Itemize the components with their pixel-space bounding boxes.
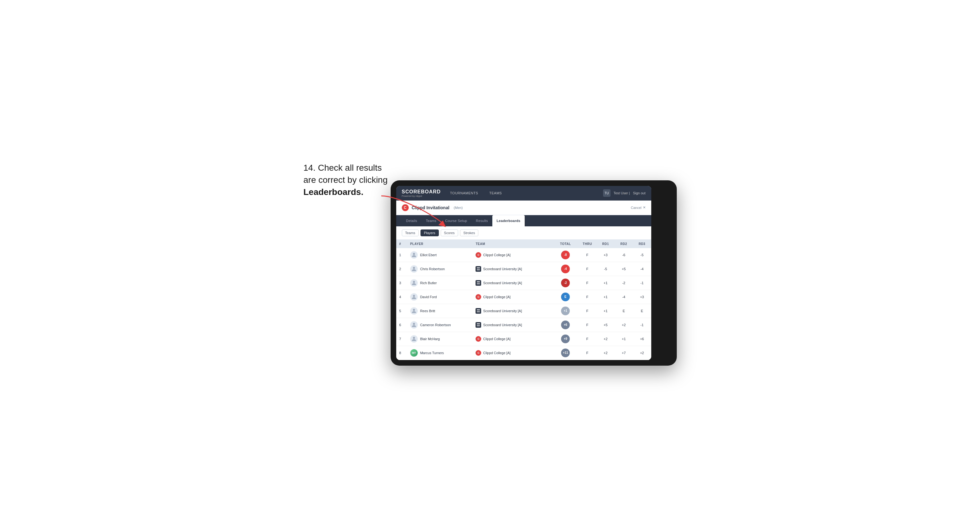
- filter-teams[interactable]: Teams: [402, 229, 418, 236]
- cell-team: CClippd College [A]: [473, 290, 553, 304]
- cell-thru: F: [578, 276, 597, 290]
- team-name: Scoreboard University [A]: [483, 323, 522, 327]
- team-name: Scoreboard University [A]: [483, 281, 522, 285]
- cell-rd3: -1: [633, 276, 651, 290]
- cell-team: CClippd College [A]: [473, 248, 553, 262]
- col-total: TOTAL: [553, 240, 578, 248]
- svg-point-5: [413, 309, 415, 311]
- player-name: Rees Britt: [420, 309, 435, 313]
- page-wrapper: 14. Check all results are correct by cli…: [304, 162, 677, 366]
- cell-player: Elliot Ebert: [407, 248, 473, 262]
- navbar: SCOREBOARD Powered by clippd TOURNAMENTS…: [396, 186, 651, 200]
- cell-team: Scoreboard University [A]: [473, 318, 553, 332]
- col-rd2: RD2: [614, 240, 633, 248]
- cell-rd1: +1: [597, 304, 615, 318]
- cell-rank: 5: [396, 304, 407, 318]
- table-row: 7Blair McHargCClippd College [A]+9F+2+1+…: [396, 332, 651, 346]
- cell-rank: 7: [396, 332, 407, 346]
- tab-navigation: Details Teams Course Setup Results Leade…: [396, 215, 651, 226]
- tablet-screen: SCOREBOARD Powered by clippd TOURNAMENTS…: [396, 186, 651, 360]
- table-body: 1Elliot EbertCClippd College [A]-8F+3-6-…: [396, 248, 651, 360]
- cell-rank: 3: [396, 276, 407, 290]
- cell-player: David Ford: [407, 290, 473, 304]
- cell-player: MTMarcus Turners: [407, 346, 473, 360]
- cell-thru: F: [578, 248, 597, 262]
- cell-player: Cameron Robertson: [407, 318, 473, 332]
- cell-rd2: -6: [614, 248, 633, 262]
- signout-link[interactable]: Sign out: [633, 191, 645, 195]
- cell-rd3: -4: [633, 262, 651, 276]
- cell-team: CClippd College [A]: [473, 346, 553, 360]
- cell-total: E: [553, 290, 578, 304]
- svg-point-2: [413, 267, 415, 269]
- cell-rd1: +1: [597, 276, 615, 290]
- cell-rd1: -5: [597, 262, 615, 276]
- cell-player: Rees Britt: [407, 304, 473, 318]
- cell-rd2: -2: [614, 276, 633, 290]
- svg-point-3: [413, 281, 415, 283]
- cell-rd2: -4: [614, 290, 633, 304]
- user-avatar: TU: [603, 189, 611, 197]
- tab-teams[interactable]: Teams: [422, 215, 441, 226]
- cell-team: Scoreboard University [A]: [473, 262, 553, 276]
- table-row: 3Rich ButlerScoreboard University [A]-2F…: [396, 276, 651, 290]
- cell-total: -8: [553, 248, 578, 262]
- team-name: Clippd College [A]: [483, 295, 511, 299]
- logo-text: SCOREBOARD: [402, 189, 441, 195]
- cancel-button[interactable]: Cancel ✕: [631, 205, 645, 210]
- svg-point-1: [413, 253, 415, 255]
- filter-row: Teams Players Scores Strokes: [396, 226, 651, 240]
- tournament-header: C Clippd Invitational (Men) Cancel ✕: [396, 200, 651, 215]
- filter-players[interactable]: Players: [420, 229, 439, 236]
- player-name: Cameron Robertson: [420, 323, 451, 327]
- tab-details[interactable]: Details: [402, 215, 422, 226]
- table-row: 6Cameron RobertsonScoreboard University …: [396, 318, 651, 332]
- player-name: Rich Butler: [420, 281, 437, 285]
- tab-course-setup[interactable]: Course Setup: [441, 215, 471, 226]
- cell-player: Blair McHarg: [407, 332, 473, 346]
- tab-leaderboards[interactable]: Leaderboards: [492, 215, 525, 226]
- tab-results[interactable]: Results: [471, 215, 492, 226]
- table-row: 5Rees BrittScoreboard University [A]+1F+…: [396, 304, 651, 318]
- filter-scores[interactable]: Scores: [441, 229, 458, 236]
- svg-point-6: [413, 323, 415, 325]
- instruction-line2: are correct by clicking: [304, 175, 388, 185]
- team-name: Scoreboard University [A]: [483, 309, 522, 313]
- player-name: Blair McHarg: [420, 337, 440, 341]
- logo-sub: Powered by clippd: [402, 195, 441, 197]
- filter-strokes[interactable]: Strokes: [460, 229, 478, 236]
- nav-tournaments[interactable]: TOURNAMENTS: [448, 190, 480, 196]
- cell-rd3: +3: [633, 290, 651, 304]
- tablet-frame: SCOREBOARD Powered by clippd TOURNAMENTS…: [391, 180, 677, 366]
- cell-rd2: +7: [614, 346, 633, 360]
- logo-area: SCOREBOARD Powered by clippd: [402, 189, 441, 197]
- nav-teams[interactable]: TEAMS: [487, 190, 504, 196]
- col-rank: #: [396, 240, 407, 248]
- cell-rd1: +3: [597, 248, 615, 262]
- cell-total: +1: [553, 304, 578, 318]
- cell-total: -2: [553, 276, 578, 290]
- cell-rank: 2: [396, 262, 407, 276]
- cell-rd3: E: [633, 304, 651, 318]
- cell-rd2: E: [614, 304, 633, 318]
- player-name: Chris Robertson: [420, 267, 445, 271]
- table-row: 8MTMarcus TurnersCClippd College [A]+11F…: [396, 346, 651, 360]
- instruction-line1: 14. Check all results: [304, 163, 382, 173]
- cell-rd2: +5: [614, 262, 633, 276]
- cell-rd1: +2: [597, 346, 615, 360]
- instruction-bold: Leaderboards.: [304, 187, 364, 197]
- cell-rd3: -5: [633, 248, 651, 262]
- svg-point-7: [413, 337, 415, 339]
- cell-rank: 1: [396, 248, 407, 262]
- cell-rd3: -1: [633, 318, 651, 332]
- cell-thru: F: [578, 346, 597, 360]
- table-header: # PLAYER TEAM TOTAL THRU RD1 RD2 RD3: [396, 240, 651, 248]
- instruction-text: 14. Check all results are correct by cli…: [304, 162, 403, 198]
- table-row: 2Chris RobertsonScoreboard University [A…: [396, 262, 651, 276]
- cell-thru: F: [578, 332, 597, 346]
- cell-player: Rich Butler: [407, 276, 473, 290]
- cell-rank: 4: [396, 290, 407, 304]
- cell-team: CClippd College [A]: [473, 332, 553, 346]
- player-name: Marcus Turners: [420, 351, 444, 355]
- cell-rd2: +2: [614, 318, 633, 332]
